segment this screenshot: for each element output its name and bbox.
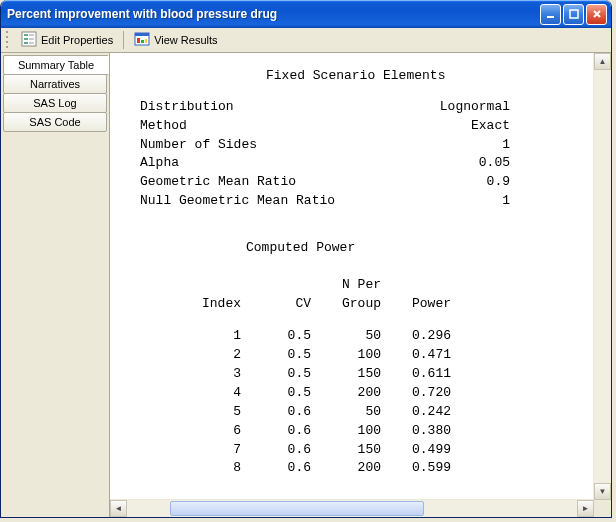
param-val: Lognormal (365, 98, 510, 117)
param-key: Method (126, 117, 365, 136)
view-results-button[interactable]: View Results (128, 28, 223, 52)
table-header-row1: N Per (126, 276, 595, 295)
results-icon (134, 31, 150, 49)
report-content: Fixed Scenario Elements DistributionLogn… (110, 53, 611, 517)
sidebar-item-summary-table[interactable]: Summary Table (3, 55, 109, 75)
param-key: Number of Sides (126, 136, 365, 155)
cell-cv: 0.6 (241, 422, 311, 441)
toolbar-grip (5, 28, 11, 52)
close-button[interactable] (586, 4, 607, 25)
table-row: 40.52000.720 (126, 384, 595, 403)
param-row: Alpha0.05 (126, 154, 595, 173)
col-n-top: N Per (311, 276, 381, 295)
sidebar-item-label: Summary Table (18, 59, 94, 71)
cell-power: 0.599 (381, 459, 451, 478)
table-header-row2: Index CV Group Power (126, 295, 595, 314)
cell-power: 0.242 (381, 403, 451, 422)
cell-n: 100 (311, 346, 381, 365)
svg-rect-3 (24, 34, 28, 36)
cell-index: 6 (186, 422, 241, 441)
scroll-down-arrow[interactable]: ▼ (594, 483, 611, 500)
param-val: 1 (365, 192, 510, 211)
svg-rect-10 (135, 33, 149, 36)
table-row: 60.61000.380 (126, 422, 595, 441)
cell-cv: 0.6 (241, 459, 311, 478)
param-val: Exact (365, 117, 510, 136)
param-val: 1 (365, 136, 510, 155)
cell-index: 7 (186, 441, 241, 460)
view-results-label: View Results (154, 34, 217, 46)
param-key: Geometric Mean Ratio (126, 173, 365, 192)
cell-n: 50 (311, 403, 381, 422)
cell-cv: 0.5 (241, 384, 311, 403)
param-val: 0.05 (365, 154, 510, 173)
svg-rect-6 (29, 38, 34, 40)
svg-rect-13 (145, 39, 147, 43)
horizontal-scrollbar[interactable]: ◄ ► (110, 499, 594, 517)
window-buttons (538, 4, 611, 25)
table-row: 30.51500.611 (126, 365, 595, 384)
vertical-scrollbar[interactable]: ▲ ▼ (593, 53, 611, 500)
cell-n: 200 (311, 459, 381, 478)
cell-n: 150 (311, 441, 381, 460)
scroll-corner (594, 500, 611, 517)
app-window: Percent improvement with blood pressure … (0, 0, 612, 518)
body: Summary Table Narratives SAS Log SAS Cod… (1, 53, 611, 517)
sidebar-item-narratives[interactable]: Narratives (3, 74, 107, 94)
scroll-thumb[interactable] (170, 501, 424, 516)
cell-cv: 0.5 (241, 365, 311, 384)
param-key: Null Geometric Mean Ratio (126, 192, 365, 211)
table-row: 80.62000.599 (126, 459, 595, 478)
cell-index: 8 (186, 459, 241, 478)
svg-rect-8 (29, 42, 34, 44)
cell-index: 1 (186, 327, 241, 346)
param-row: Null Geometric Mean Ratio1 (126, 192, 595, 211)
edit-properties-label: Edit Properties (41, 34, 113, 46)
col-cv: CV (241, 295, 311, 314)
table-row: 10.5500.296 (126, 327, 595, 346)
cell-index: 3 (186, 365, 241, 384)
cell-power: 0.380 (381, 422, 451, 441)
properties-icon (21, 31, 37, 49)
sidebar-item-label: SAS Log (33, 97, 76, 109)
cell-n: 200 (311, 384, 381, 403)
svg-rect-7 (24, 42, 28, 44)
table-row: 70.61500.499 (126, 441, 595, 460)
table-row: 50.6500.242 (126, 403, 595, 422)
scroll-up-arrow[interactable]: ▲ (594, 53, 611, 70)
col-n-bottom: Group (311, 295, 381, 314)
svg-rect-12 (141, 40, 144, 43)
cell-index: 5 (186, 403, 241, 422)
scroll-right-arrow[interactable]: ► (577, 500, 594, 517)
section-title-fixed: Fixed Scenario Elements (126, 67, 595, 86)
maximize-button[interactable] (563, 4, 584, 25)
col-power: Power (381, 295, 451, 314)
svg-rect-5 (24, 38, 28, 40)
cell-n: 50 (311, 327, 381, 346)
window-title: Percent improvement with blood pressure … (7, 7, 538, 21)
param-row: Number of Sides1 (126, 136, 595, 155)
cell-cv: 0.5 (241, 346, 311, 365)
cell-power: 0.499 (381, 441, 451, 460)
sidebar-item-label: Narratives (30, 78, 80, 90)
edit-properties-button[interactable]: Edit Properties (15, 28, 119, 52)
toolbar: Edit Properties View Results (1, 28, 611, 53)
cell-n: 100 (311, 422, 381, 441)
param-key: Distribution (126, 98, 365, 117)
scroll-left-arrow[interactable]: ◄ (110, 500, 127, 517)
param-row: DistributionLognormal (126, 98, 595, 117)
param-row: Geometric Mean Ratio0.9 (126, 173, 595, 192)
toolbar-separator (123, 31, 124, 49)
param-key: Alpha (126, 154, 365, 173)
sidebar-item-label: SAS Code (29, 116, 80, 128)
cell-cv: 0.6 (241, 441, 311, 460)
sidebar-item-sas-log[interactable]: SAS Log (3, 93, 107, 113)
table-row: 20.51000.471 (126, 346, 595, 365)
param-val: 0.9 (365, 173, 510, 192)
sidebar-item-sas-code[interactable]: SAS Code (3, 112, 107, 132)
minimize-button[interactable] (540, 4, 561, 25)
content-area: Fixed Scenario Elements DistributionLogn… (110, 53, 611, 517)
sidebar: Summary Table Narratives SAS Log SAS Cod… (1, 53, 110, 517)
svg-rect-4 (29, 34, 34, 36)
cell-power: 0.471 (381, 346, 451, 365)
